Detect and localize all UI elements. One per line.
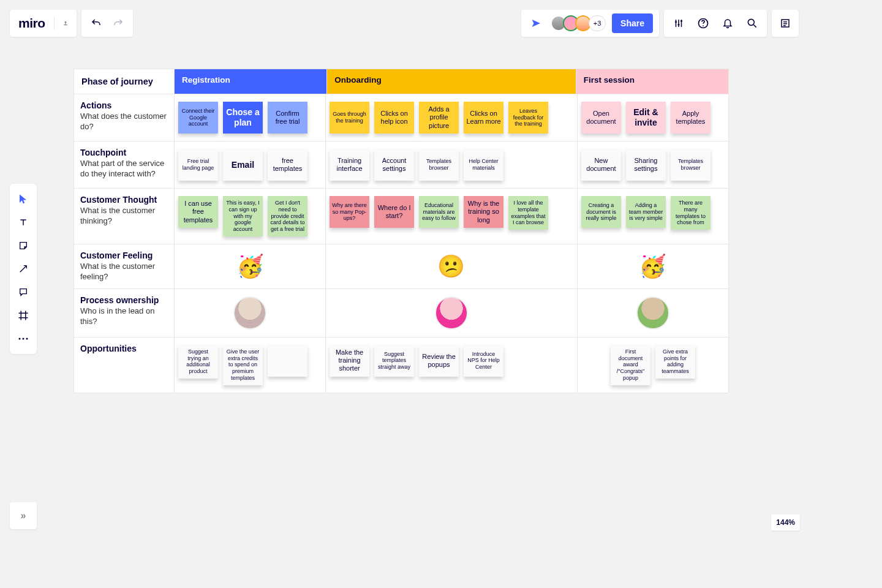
row-thought: Customer Thought What is the customer th… — [74, 189, 728, 244]
sticky-note[interactable]: Email — [223, 149, 263, 181]
owner-onb[interactable] — [326, 289, 578, 337]
row-opportunities: Opportunities Suggest trying an addition… — [74, 337, 728, 393]
sticky-note[interactable]: Templates browser — [671, 149, 710, 181]
svg-point-10 — [26, 338, 28, 340]
text-tool-icon[interactable] — [10, 211, 37, 234]
phase-onboarding[interactable]: Onboarding — [327, 69, 576, 94]
row-label: Process ownership Who is in the lead on … — [74, 289, 175, 337]
svg-point-8 — [19, 338, 21, 340]
actions-onb[interactable]: Goes through the training Clicks on help… — [326, 94, 578, 141]
undo-icon[interactable] — [85, 12, 107, 34]
sticky-note[interactable]: Goes through the training — [330, 102, 369, 134]
sticky-note[interactable]: Connect their Google account — [178, 102, 218, 134]
activity-panel-icon[interactable] — [772, 10, 799, 37]
sticky-note[interactable]: Give the user extra credits to spend on … — [223, 345, 263, 385]
sticky-note[interactable]: Clicks on help icon — [374, 102, 414, 134]
sticky-note[interactable]: Chose a plan — [223, 102, 263, 134]
thought-reg[interactable]: I can use free templates This is easy, I… — [175, 189, 326, 244]
arrow-tool-icon[interactable] — [10, 257, 37, 281]
owner-avatar[interactable] — [636, 296, 669, 330]
sticky-note[interactable]: Where do I start? — [374, 196, 414, 228]
touch-reg[interactable]: Free trial landing page Email free templ… — [175, 141, 326, 188]
owner-fst[interactable] — [578, 289, 728, 337]
more-tools-icon[interactable] — [10, 327, 37, 350]
redo-icon[interactable] — [107, 12, 129, 34]
confused-face-icon[interactable]: 😕 — [437, 254, 465, 279]
svg-point-0 — [675, 21, 677, 23]
phase-registration[interactable]: Registration — [175, 69, 327, 94]
sticky-note[interactable]: This is easy, I can sign up with my goog… — [223, 196, 263, 236]
sticky-note[interactable]: Suggest trying an additional product — [178, 345, 218, 379]
sticky-note[interactable]: I love all the template examples that I … — [508, 196, 548, 230]
settings-icon[interactable] — [666, 12, 691, 34]
reveal-toolbar-button[interactable]: » — [10, 502, 37, 529]
opps-reg[interactable]: Suggest trying an additional product Giv… — [175, 337, 326, 393]
sticky-note[interactable]: Edit & invite — [626, 102, 666, 134]
thought-fst[interactable]: Creating a document is really simple Add… — [578, 189, 728, 244]
sticky-note[interactable]: Training interface — [330, 149, 369, 181]
sticky-note[interactable]: Make the training shorter — [330, 345, 369, 377]
phase-first-session[interactable]: First session — [576, 69, 728, 94]
thought-onb[interactable]: Why are there so many Pop-ups? Where do … — [326, 189, 578, 244]
sticky-note[interactable]: Review the popups — [419, 345, 459, 377]
sticky-note[interactable]: Adding a team member is very simple — [626, 196, 666, 228]
sticky-note[interactable]: Suggest templates straight away — [374, 345, 414, 377]
search-icon[interactable] — [740, 12, 764, 34]
actions-fst[interactable]: Open document Edit & invite Apply templa… — [578, 94, 728, 141]
touch-fst[interactable]: New document Sharing settings Templates … — [578, 141, 728, 188]
zoom-level[interactable]: 144% — [771, 514, 800, 530]
feeling-onb[interactable]: 😕 — [326, 244, 578, 288]
party-face-icon[interactable]: 🥳 — [236, 254, 264, 279]
sticky-note[interactable]: Open document — [581, 102, 621, 134]
sticky-note[interactable]: Sharing settings — [626, 149, 666, 181]
sticky-note[interactable]: New document — [581, 149, 621, 181]
row-label: Actions What does the customer do? — [74, 94, 175, 141]
sticky-note[interactable]: Free trial landing page — [178, 149, 218, 181]
notifications-icon[interactable] — [715, 12, 740, 34]
sticky-note[interactable]: Clicks on Learn more — [464, 102, 503, 134]
sticky-note[interactable]: Introduce NPS for Help Center — [464, 345, 503, 377]
sticky-note[interactable]: Templates browser — [419, 149, 459, 181]
sticky-note[interactable]: Help Center materials — [464, 149, 503, 181]
sticky-note[interactable]: Educational materials are easy to follow — [419, 196, 459, 228]
feeling-reg[interactable]: 🥳 — [175, 244, 326, 288]
share-button[interactable]: Share — [612, 13, 653, 33]
journey-board[interactable]: Phase of journey Registration Onboarding… — [74, 69, 729, 393]
frame-tool-icon[interactable] — [10, 304, 37, 327]
row-actions: Actions What does the customer do? Conne… — [74, 94, 728, 141]
board-menu[interactable]: miro — [10, 10, 77, 37]
help-icon[interactable] — [691, 12, 715, 34]
sticky-note[interactable]: Creating a document is really simple — [581, 196, 621, 228]
presence-avatars[interactable]: +3 — [551, 15, 606, 31]
touch-onb[interactable]: Training interface Account settings Temp… — [326, 141, 578, 188]
actions-reg[interactable]: Connect their Google account Chose a pla… — [175, 94, 326, 141]
sticky-note[interactable]: There are many templates to chose from — [671, 196, 710, 230]
sticky-note[interactable]: Why is the training so long — [464, 196, 503, 228]
sticky-note[interactable]: Why are there so many Pop-ups? — [330, 196, 369, 228]
sticky-note[interactable]: Give extra points for adding teammates — [655, 345, 695, 379]
sticky-note[interactable]: Confirm free trial — [268, 102, 307, 134]
sticky-note[interactable]: Account settings — [374, 149, 414, 181]
sticky-note[interactable]: Leaves feedback for the training — [508, 102, 548, 134]
export-icon[interactable] — [55, 12, 77, 34]
sticky-note[interactable]: I can use free templates — [178, 196, 218, 228]
comment-tool-icon[interactable] — [10, 281, 37, 304]
owner-avatar[interactable] — [435, 296, 468, 330]
avatar-more[interactable]: +3 — [589, 15, 606, 31]
owner-avatar[interactable] — [233, 296, 266, 330]
row-label: Customer Feeling What is the customer fe… — [74, 244, 175, 288]
opps-fst[interactable]: First document award /"Congrats" popup G… — [578, 337, 728, 393]
select-tool-icon[interactable] — [10, 187, 37, 211]
owner-reg[interactable] — [175, 289, 326, 337]
presenting-icon[interactable] — [527, 18, 545, 28]
sticky-note[interactable]: free templates — [268, 149, 307, 181]
sticky-note[interactable]: Get I don't need to provide credit card … — [268, 196, 307, 236]
sticky-note[interactable]: Apply templates — [671, 102, 710, 134]
sticky-note-tool-icon[interactable] — [10, 234, 37, 257]
party-face-icon[interactable]: 🥳 — [639, 254, 666, 279]
sticky-note[interactable]: Adds a profile picture — [419, 102, 459, 134]
feeling-fst[interactable]: 🥳 — [578, 244, 728, 288]
opps-onb[interactable]: Make the training shorter Suggest templa… — [326, 337, 578, 393]
sticky-note[interactable] — [268, 345, 307, 377]
sticky-note[interactable]: First document award /"Congrats" popup — [611, 345, 650, 385]
